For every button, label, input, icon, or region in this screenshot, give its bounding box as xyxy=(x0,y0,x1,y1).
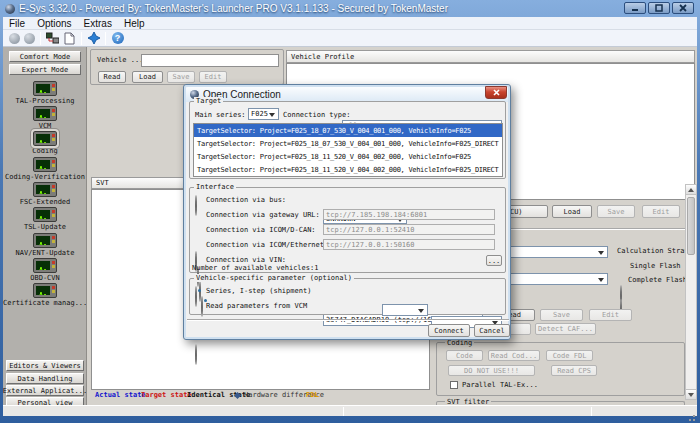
calculation-strategy-label: Calculation Strate xyxy=(617,247,685,255)
sidebar-item-nav-ent-update[interactable]: NAV/ENT-Update xyxy=(3,233,87,257)
single-flash-label: Single Flash xyxy=(630,262,681,270)
icom-dcan-label: Connection via ICOM/D-CAN: xyxy=(206,226,316,234)
target-selector-row[interactable]: TargetSelector: Project=F025_18_11_520_V… xyxy=(194,163,502,176)
gateway-url-field[interactable]: tcp://7.185.198.184:6801 xyxy=(323,209,495,220)
forward-icon[interactable] xyxy=(24,33,35,44)
window-title: E-Sys 3.32.0 - Powered By: TokenMaster's… xyxy=(19,3,448,14)
icom-ethernet-field[interactable]: tcp://127.0.0.1:50160 xyxy=(323,239,495,250)
cancel-button[interactable]: Cancel xyxy=(474,324,510,337)
main-series-combo[interactable]: F025 xyxy=(248,108,279,120)
vehicle-edit-button[interactable]: Edit xyxy=(199,71,227,83)
target-selector-list: TargetSelector: Project=F025_18_07_530_V… xyxy=(193,123,503,177)
sidebar-item-certificate-management[interactable]: Certificate manag... xyxy=(3,283,87,307)
legend-actual-state: Actual state xyxy=(95,391,146,399)
vin-label: Connection via VIN: xyxy=(206,256,286,264)
close-button[interactable] xyxy=(672,2,694,14)
document-icon[interactable] xyxy=(62,31,77,45)
sidebar-item-coding-verification[interactable]: Coding-Verification xyxy=(3,157,87,181)
sidebar-item-vcm[interactable]: VCM xyxy=(3,106,87,130)
menu-file[interactable]: File xyxy=(9,18,25,29)
target-group: Target Main series: F025 Connection type… xyxy=(189,101,506,179)
save-button[interactable]: Save xyxy=(597,205,635,218)
connection-type-label: Connection type: xyxy=(283,111,350,119)
target-selector-row[interactable]: TargetSelector: Project=F025_18_11_520_V… xyxy=(194,150,502,163)
monitor-icon xyxy=(33,182,57,197)
load-button[interactable]: Load xyxy=(552,205,592,218)
parallel-tal-checkbox[interactable] xyxy=(450,381,458,389)
main-series-label: Main series: xyxy=(195,111,246,119)
istep-combo-1[interactable] xyxy=(382,304,428,316)
code-button[interactable]: Code xyxy=(446,350,483,361)
status-bar xyxy=(3,405,697,416)
menubar: File Options Extras Help xyxy=(3,17,697,30)
sidebar-item-tsl-update[interactable]: TSL-Update xyxy=(3,207,87,231)
target-selector-row[interactable]: TargetSelector: Project=F025_18_07_530_V… xyxy=(194,124,502,137)
sidebar-item-obd-cvn[interactable]: OBD-CVN xyxy=(3,258,87,282)
code-fdl-button[interactable]: Code FDL xyxy=(546,350,593,361)
sidebar-item-coding[interactable]: Coding xyxy=(3,131,87,155)
do-not-use-button[interactable]: DO NOT USE!!! xyxy=(448,365,535,376)
target-selector-row[interactable]: TargetSelector: Project=F025_18_07_530_V… xyxy=(194,137,502,150)
connect-button[interactable]: Connect xyxy=(428,324,470,337)
monitor-icon xyxy=(33,207,57,222)
menu-help[interactable]: Help xyxy=(124,18,145,29)
detect-caf-button[interactable]: Detect CAF... xyxy=(535,323,596,335)
vehicle-input[interactable] xyxy=(141,54,279,67)
dialog-close-button[interactable] xyxy=(485,86,507,99)
vehicle-read-button[interactable]: Read xyxy=(98,71,126,83)
vehicle-count-text: Number of available vehicles:1 xyxy=(192,264,318,272)
gateway-label: Connection via gateway URL: xyxy=(206,211,320,219)
scroll-down-arrow[interactable] xyxy=(686,389,696,399)
fa-edit-button[interactable]: Edit xyxy=(589,309,632,321)
icom-dcan-field[interactable]: tcp://127.0.0.1:52410 xyxy=(323,224,495,235)
vsp-group: Vehicle-specific parameter (optional) Se… xyxy=(189,278,506,315)
legend-target-state: Target state xyxy=(141,391,192,399)
icom-ethernet-label: Connection via ICOM/Ethernet: xyxy=(206,241,328,249)
resize-grip[interactable] xyxy=(686,407,696,423)
monitor-icon xyxy=(33,157,57,172)
interface-group: Interface Connection via bus: UNKNOWN un… xyxy=(189,187,506,273)
expert-mode-button[interactable]: Expert Mode xyxy=(9,64,81,75)
open-connection-dialog: Open Connection Target Main series: F025… xyxy=(183,84,511,340)
vehicle-save-button[interactable]: Save xyxy=(167,71,195,83)
parallel-tal-label: Parallel TAL-Ex... xyxy=(462,381,538,389)
scrollbar-thumb[interactable] xyxy=(687,197,695,255)
series-istep-radio[interactable] xyxy=(195,286,197,307)
legend-fdl: FDL xyxy=(306,391,319,399)
help-icon[interactable]: ? xyxy=(110,31,125,45)
menu-options[interactable]: Options xyxy=(37,18,71,29)
editors-viewers-button[interactable]: Editors & Viewers xyxy=(6,360,84,371)
read-vcm-radio[interactable] xyxy=(195,344,197,365)
token-icon[interactable] xyxy=(86,31,101,45)
vehicle-profile-header: Vehicle Profile xyxy=(286,50,695,63)
vehicle-profile-title: Vehicle Profile xyxy=(291,53,354,61)
minimize-button[interactable] xyxy=(624,2,646,14)
sidebar-item-tal-processing[interactable]: TAL-Processing xyxy=(3,81,87,105)
vin-more-button[interactable]: ... xyxy=(486,255,502,266)
read-cod-button[interactable]: Read Cod... xyxy=(488,350,540,361)
series-istep-label: Series, I-step (shipment) xyxy=(206,287,311,295)
sidebar-item-fsc-extended[interactable]: FSC-Extended xyxy=(3,182,87,206)
vehicle-load-button[interactable]: Load xyxy=(132,71,163,83)
edit-button[interactable]: Edit xyxy=(642,205,680,218)
connect-icon[interactable] xyxy=(45,31,60,45)
monitor-icon xyxy=(33,233,57,248)
maximize-button[interactable] xyxy=(648,2,670,14)
back-icon[interactable] xyxy=(9,33,20,44)
read-vcm-label: Read parameters from VCM xyxy=(206,302,307,310)
comfort-mode-button[interactable]: Comfort Mode xyxy=(9,51,81,62)
read-cps-button[interactable]: Read CPS xyxy=(551,365,597,376)
bus-label: Connection via bus: xyxy=(206,196,286,204)
vehicle-panel: Vehicle ... Read Load Save Edit xyxy=(90,49,284,85)
bus-radio[interactable] xyxy=(195,195,197,216)
vertical-scrollbar[interactable] xyxy=(685,184,697,400)
data-handling-button[interactable]: Data Handling xyxy=(6,373,84,384)
interface-group-title: Interface xyxy=(194,183,236,191)
scroll-up-arrow[interactable] xyxy=(686,185,696,195)
vehicle-label: Vehicle ... xyxy=(97,56,143,64)
toolbar: ? xyxy=(3,30,697,47)
menu-extras[interactable]: Extras xyxy=(84,18,112,29)
monitor-icon xyxy=(33,131,57,146)
fa-save-button[interactable]: Save xyxy=(540,309,583,321)
titlebar: E-Sys 3.32.0 - Powered By: TokenMaster's… xyxy=(0,0,700,17)
